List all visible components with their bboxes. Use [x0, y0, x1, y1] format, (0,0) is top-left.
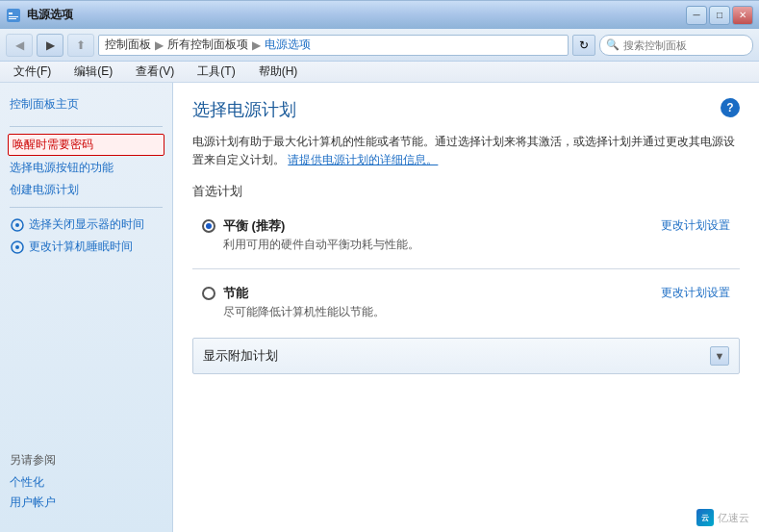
- search-input[interactable]: [623, 39, 746, 51]
- plan-radio-balanced[interactable]: [202, 219, 215, 233]
- desc-text-1: 电源计划有助于最大化计算机的性能或者节能。通过选择计划来将其激活，或选择计划并通…: [192, 135, 735, 166]
- sidebar-ref-user-accounts[interactable]: 用户帐户: [10, 493, 163, 513]
- menu-file[interactable]: 文件(F): [10, 62, 55, 82]
- svg-rect-0: [7, 9, 20, 22]
- menu-bar: 文件(F) 编辑(E) 查看(V) 工具(T) 帮助(H): [0, 62, 759, 83]
- plan-saver-settings-link[interactable]: 更改计划设置: [661, 285, 730, 301]
- content-header: 选择电源计划 ?: [192, 98, 740, 121]
- breadcrumb-part-1: 控制面板: [105, 37, 151, 53]
- sidebar-item-wakeup-label: 唤醒时需要密码: [13, 137, 93, 153]
- plan-saver-info: 节能 尽可能降低计算机性能以节能。: [223, 285, 385, 320]
- plan-radio-saver[interactable]: [202, 287, 215, 300]
- breadcrumb-sep-1: ▶: [155, 38, 164, 52]
- plan-balanced-info: 平衡 (推荐) 利用可用的硬件自动平衡功耗与性能。: [223, 217, 419, 253]
- sidebar-ref-personalization[interactable]: 个性化: [10, 472, 163, 493]
- svg-rect-2: [9, 16, 18, 17]
- plans-divider: [192, 268, 740, 269]
- show-more-label: 显示附加计划: [203, 347, 278, 365]
- watermark-logo: 云: [696, 509, 714, 526]
- menu-tools[interactable]: 工具(T): [193, 62, 239, 82]
- page-title: 选择电源计划: [192, 98, 296, 121]
- watermark: 云 亿速云: [696, 509, 749, 526]
- chevron-down-icon: ▼: [710, 346, 729, 366]
- sidebar-item-create-plan[interactable]: 创建电源计划: [0, 179, 172, 201]
- breadcrumb: 控制面板 ▶ 所有控制面板项 ▶ 电源选项: [105, 37, 311, 53]
- back-button[interactable]: ◀: [6, 34, 33, 57]
- sidebar-item-power-button-label: 选择电源按钮的功能: [10, 160, 114, 176]
- plan-saver-desc: 尽可能降低计算机性能以节能。: [223, 304, 385, 320]
- display-icon: [10, 217, 25, 233]
- menu-help[interactable]: 帮助(H): [255, 62, 302, 82]
- sidebar-bottom: 另请参阅 个性化 用户帐户: [0, 443, 172, 522]
- plan-balanced-settings-link[interactable]: 更改计划设置: [661, 217, 730, 234]
- search-wrap[interactable]: 🔍: [599, 35, 753, 56]
- minimize-button[interactable]: ─: [686, 6, 707, 25]
- close-button[interactable]: ✕: [732, 6, 753, 25]
- refresh-button[interactable]: ↻: [572, 35, 595, 56]
- window-icon: [6, 8, 21, 23]
- sidebar: 控制面板主页 唤醒时需要密码 选择电源按钮的功能 创建电源计划 选择关闭显示器的…: [0, 83, 173, 532]
- content-area: 选择电源计划 ? 电源计划有助于最大化计算机的性能或者节能。通过选择计划来将其激…: [173, 83, 759, 532]
- sidebar-item-wakeup[interactable]: 唤醒时需要密码: [8, 134, 164, 156]
- title-bar: 电源选项 ─ □ ✕: [0, 0, 759, 29]
- sidebar-divider-1: [10, 126, 163, 127]
- section-title: 首选计划: [192, 183, 740, 200]
- help-button[interactable]: ?: [721, 98, 740, 117]
- sidebar-divider-2: [10, 207, 163, 208]
- sidebar-item-display-off-label: 选择关闭显示器的时间: [29, 216, 144, 233]
- plan-item-saver: 节能 尽可能降低计算机性能以节能。 更改计划设置: [192, 277, 740, 328]
- show-more-button[interactable]: 显示附加计划 ▼: [192, 338, 740, 374]
- window-controls: ─ □ ✕: [686, 6, 753, 25]
- plan-item-saver-left: 节能 尽可能降低计算机性能以节能。: [202, 285, 385, 320]
- window-title: 电源选项: [27, 7, 73, 23]
- svg-point-5: [15, 223, 19, 227]
- content-description: 电源计划有助于最大化计算机的性能或者节能。通过选择计划来将其激活，或选择计划并通…: [192, 133, 740, 169]
- sidebar-main-section: 控制面板主页: [0, 92, 172, 120]
- plan-item-balanced-left: 平衡 (推荐) 利用可用的硬件自动平衡功耗与性能。: [202, 217, 419, 253]
- breadcrumb-part-3: 电源选项: [265, 37, 311, 53]
- svg-point-7: [15, 245, 19, 249]
- main-layout: 控制面板主页 唤醒时需要密码 选择电源按钮的功能 创建电源计划 选择关闭显示器的…: [0, 83, 759, 532]
- sidebar-main-link[interactable]: 控制面板主页: [10, 95, 79, 113]
- breadcrumb-sep-2: ▶: [252, 38, 261, 52]
- sidebar-item-create-plan-label: 创建电源计划: [10, 182, 79, 198]
- sleep-icon: [10, 240, 25, 255]
- plan-saver-name: 节能: [223, 285, 385, 302]
- address-bar: ◀ ▶ ⬆ 控制面板 ▶ 所有控制面板项 ▶ 电源选项 ↻ 🔍: [0, 29, 759, 62]
- plan-balanced-desc: 利用可用的硬件自动平衡功耗与性能。: [223, 237, 419, 253]
- sidebar-ref-title: 另请参阅: [10, 452, 163, 469]
- sidebar-item-sleep-time-label: 更改计算机睡眠时间: [29, 239, 133, 255]
- up-button[interactable]: ⬆: [67, 34, 94, 57]
- sidebar-item-sleep-time[interactable]: 更改计算机睡眠时间: [0, 236, 172, 258]
- watermark-text: 亿速云: [718, 511, 749, 525]
- forward-button[interactable]: ▶: [37, 34, 63, 57]
- address-input[interactable]: 控制面板 ▶ 所有控制面板项 ▶ 电源选项: [98, 35, 569, 56]
- desc-link[interactable]: 请提供电源计划的详细信息。: [288, 153, 438, 166]
- plan-balanced-name: 平衡 (推荐): [223, 217, 419, 235]
- menu-view[interactable]: 查看(V): [132, 62, 178, 82]
- sidebar-item-power-button[interactable]: 选择电源按钮的功能: [0, 157, 172, 179]
- search-icon: 🔍: [606, 38, 620, 51]
- menu-edit[interactable]: 编辑(E): [70, 62, 116, 82]
- svg-rect-3: [9, 18, 16, 19]
- maximize-button[interactable]: □: [709, 6, 730, 25]
- sidebar-item-display-off[interactable]: 选择关闭显示器的时间: [0, 214, 172, 236]
- breadcrumb-part-2: 所有控制面板项: [167, 37, 248, 53]
- plan-item-balanced: 平衡 (推荐) 利用可用的硬件自动平衡功耗与性能。 更改计划设置: [192, 210, 740, 261]
- svg-rect-1: [9, 13, 13, 14]
- title-bar-left: 电源选项: [6, 7, 73, 23]
